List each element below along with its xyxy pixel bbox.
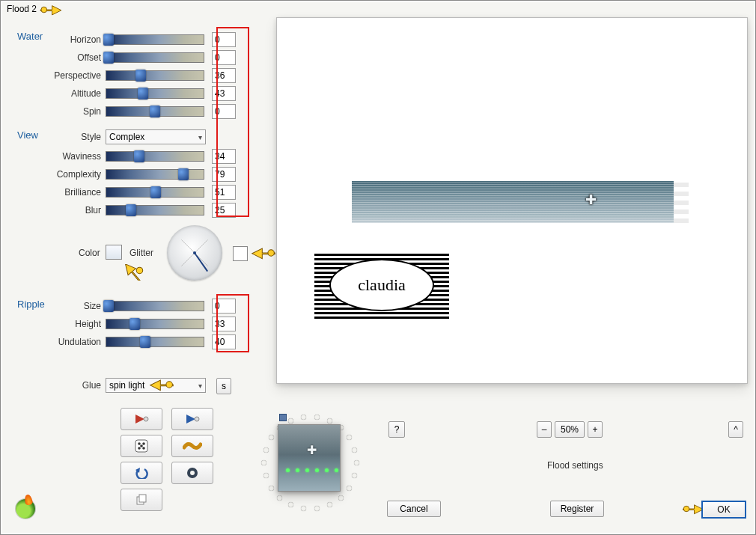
waviness-slider[interactable] — [106, 151, 204, 162]
svg-point-12 — [142, 447, 145, 450]
waviness-value[interactable]: 34 — [212, 149, 236, 164]
ripple-header: Ripple — [17, 299, 45, 310]
pointer-icon — [251, 245, 276, 263]
direction-compass[interactable] — [167, 225, 222, 281]
offset-slider[interactable] — [106, 52, 204, 63]
offset-value[interactable]: 0 — [212, 50, 236, 65]
svg-point-5 — [144, 417, 148, 421]
svg-rect-18 — [139, 495, 146, 502]
offset-row: Offset 0 — [46, 50, 236, 65]
pointer-icon — [121, 264, 146, 283]
svg-point-7 — [195, 417, 199, 421]
blur-slider[interactable] — [106, 205, 204, 215]
svg-point-0 — [41, 7, 47, 13]
size-value[interactable]: 0 — [212, 299, 236, 314]
svg-point-11 — [138, 447, 141, 450]
complexity-label: Complexity — [46, 169, 106, 180]
height-row: Height 33 — [46, 317, 236, 331]
svg-marker-4 — [135, 415, 144, 424]
color-swatch[interactable] — [106, 245, 122, 260]
svg-marker-6 — [186, 415, 195, 424]
undulation-value[interactable]: 40 — [212, 334, 236, 349]
watermark-logo: claudia — [314, 251, 449, 319]
horizon-slider[interactable] — [106, 34, 204, 45]
undo-button[interactable] — [121, 462, 162, 484]
blur-row: Blur 25 — [46, 203, 236, 218]
complexity-row: Complexity 79 — [46, 167, 236, 182]
height-value[interactable]: 33 — [212, 317, 236, 331]
height-label: Height — [46, 319, 106, 329]
zoom-value[interactable]: 50% — [555, 421, 585, 438]
spin-value[interactable]: 0 — [212, 104, 236, 119]
brilliance-value[interactable]: 51 — [212, 185, 236, 200]
view-header: View — [17, 129, 38, 141]
perspective-slider[interactable] — [106, 70, 204, 81]
svg-point-1 — [136, 267, 142, 273]
undulation-slider[interactable] — [106, 337, 204, 347]
perspective-label: Perspective — [46, 70, 106, 81]
caret-button[interactable]: ^ — [728, 421, 743, 438]
zoom-out-button[interactable]: – — [537, 421, 552, 438]
dice-button[interactable] — [121, 435, 162, 457]
brilliance-row: Brilliance 51 — [46, 185, 236, 200]
spin-slider[interactable] — [106, 106, 204, 117]
horizon-label: Horizon — [46, 34, 106, 45]
perspective-row: Perspective 36 — [46, 68, 236, 83]
glitter-label: Glitter — [129, 248, 153, 258]
svg-point-10 — [142, 442, 145, 445]
app-logo-icon — [16, 499, 35, 519]
svg-point-16 — [190, 471, 195, 475]
spin-row: Spin 0 — [46, 104, 236, 119]
ok-button[interactable]: OK — [701, 501, 746, 519]
svg-point-13 — [140, 444, 143, 447]
style-select[interactable]: Complex ▾ — [106, 129, 206, 144]
blur-value[interactable]: 25 — [212, 203, 236, 218]
blur-label: Blur — [46, 205, 106, 215]
cancel-button[interactable]: Cancel — [387, 501, 441, 517]
crosshair-icon[interactable]: ✚ — [585, 192, 597, 208]
glitter-swatch[interactable] — [233, 246, 248, 261]
height-slider[interactable] — [106, 319, 204, 329]
glue-row: Glue spin light ▾ — [46, 378, 206, 393]
offset-label: Offset — [46, 52, 106, 63]
svg-point-9 — [138, 442, 141, 445]
window-title: Flood 2 — [7, 4, 37, 14]
size-slider[interactable] — [106, 301, 204, 311]
wave-button[interactable] — [171, 435, 213, 457]
altitude-slider[interactable] — [106, 88, 204, 99]
svg-point-19 — [683, 506, 689, 512]
zoom-in-button[interactable]: + — [588, 421, 603, 438]
spin-label: Spin — [46, 106, 106, 117]
horizon-row: Horizon 0 — [46, 32, 236, 47]
preview-panel: ✚ claudia — [276, 17, 748, 384]
brilliance-label: Brilliance — [46, 187, 106, 198]
horizon-value[interactable]: 0 — [212, 32, 236, 47]
s-button[interactable]: s — [216, 378, 231, 394]
perspective-value[interactable]: 36 — [212, 68, 236, 83]
chevron-down-icon: ▾ — [198, 382, 205, 390]
play-blue-button[interactable] — [171, 408, 213, 430]
register-button[interactable]: Register — [550, 501, 604, 517]
settings-label: Flood settings — [547, 460, 603, 471]
waviness-label: Waviness — [46, 151, 106, 162]
torus-button[interactable] — [171, 462, 213, 484]
altitude-row: Altitude 43 — [46, 86, 236, 101]
svg-point-3 — [166, 382, 172, 388]
svg-point-2 — [268, 250, 274, 256]
play-red-button[interactable] — [121, 408, 162, 430]
brilliance-slider[interactable] — [106, 187, 204, 198]
complexity-slider[interactable] — [106, 169, 204, 180]
thumbnail-preview[interactable]: ✚ — [278, 424, 341, 492]
drag-handle-icon[interactable] — [279, 414, 287, 421]
preview-water-strip — [352, 181, 674, 223]
altitude-label: Altitude — [46, 88, 106, 99]
altitude-value[interactable]: 43 — [212, 86, 236, 101]
copy-button[interactable] — [121, 489, 162, 511]
undulation-row: Undulation 40 — [46, 334, 236, 349]
glue-label: Glue — [46, 380, 106, 391]
complexity-value[interactable]: 79 — [212, 167, 236, 182]
help-button[interactable]: ? — [388, 421, 405, 438]
undulation-label: Undulation — [46, 337, 106, 347]
style-row: Style Complex ▾ — [46, 129, 206, 144]
water-header: Water — [17, 31, 43, 42]
